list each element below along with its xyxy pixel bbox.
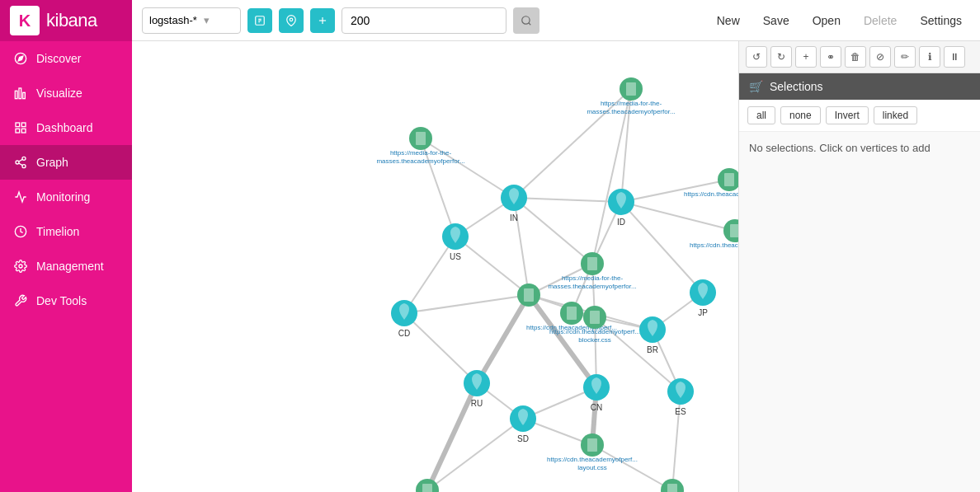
right-panel: ↺ ↻ + ⚭ 🗑 ⊘ ✏ ℹ ⏸ 🛒 Selections all none … (738, 41, 980, 492)
geo-button[interactable] (279, 8, 304, 33)
svg-rect-5 (16, 123, 20, 127)
main-content: logstash-* ▾ New Save Open Delete Settin… (132, 0, 980, 492)
index-pattern-select[interactable]: logstash-* ▾ (142, 7, 241, 34)
svg-text:BR: BR (647, 345, 658, 354)
graph-area[interactable]: https://media-for-the-masses.theacademyo… (132, 41, 738, 492)
svg-rect-115 (587, 438, 597, 452)
svg-text:masses.theacademyofperfor...: masses.theacademyofperfor... (376, 157, 464, 165)
svg-line-49 (404, 313, 477, 383)
svg-text:https://cdn.theacademyofperf..: https://cdn.theacademyofperf... (549, 328, 640, 335)
sidebar-item-monitoring[interactable]: Monitoring (0, 180, 132, 214)
delete-button[interactable]: Delete (855, 11, 905, 30)
svg-rect-80 (724, 173, 734, 186)
sidebar-item-graph[interactable]: Graph (0, 145, 132, 180)
svg-line-59 (672, 391, 681, 490)
wrench-icon (13, 293, 28, 308)
undo-button[interactable]: ↺ (746, 46, 767, 68)
svg-text:SD: SD (517, 434, 529, 443)
edit-button[interactable]: ✏ (894, 46, 916, 68)
logo-area: K kibana (0, 0, 132, 41)
sidebar-label-devtools: Dev Tools (36, 294, 87, 307)
svg-text:https://media-for-the-: https://media-for-the- (390, 149, 452, 157)
svg-line-32 (514, 198, 592, 264)
svg-text:ID: ID (617, 218, 625, 227)
kibana-logo-icon: K (10, 6, 40, 35)
redo-button[interactable]: ↻ (770, 46, 792, 68)
svg-text:https://cdn.theacademyofperf..: https://cdn.theacademyofperf... (690, 241, 738, 249)
selections-header: 🛒 Selections (739, 73, 980, 100)
svg-text:JP: JP (698, 308, 708, 317)
settings-button[interactable]: Settings (912, 11, 970, 30)
svg-rect-2 (15, 91, 17, 98)
svg-text:masses.theacademyofperfor...: masses.theacademyofperfor... (587, 108, 675, 115)
invert-button[interactable]: Invert (826, 106, 869, 124)
svg-text:RU: RU (471, 399, 483, 408)
search-input[interactable] (342, 7, 506, 34)
svg-text:layout.css: layout.css (577, 464, 607, 471)
all-button[interactable]: all (747, 106, 775, 124)
svg-text:CD: CD (398, 329, 410, 338)
svg-line-30 (514, 198, 621, 202)
sidebar-item-dashboard[interactable]: Dashboard (0, 110, 132, 145)
svg-line-24 (529, 22, 531, 25)
share-icon (13, 155, 28, 170)
info-button[interactable]: ℹ (919, 46, 940, 68)
svg-line-43 (404, 295, 529, 313)
delete-node-button[interactable]: 🗑 (845, 46, 866, 68)
svg-point-20 (290, 18, 293, 21)
svg-text:https://media-for-the-: https://media-for-the- (601, 100, 662, 107)
ban-button[interactable]: ⊘ (869, 46, 891, 68)
svg-rect-123 (667, 484, 677, 492)
svg-point-9 (22, 157, 26, 160)
add-button[interactable] (310, 8, 335, 33)
svg-text:blocker.css: blocker.css (578, 336, 611, 344)
content-area: https://media-for-the-masses.theacademyo… (132, 41, 980, 492)
svg-rect-68 (626, 82, 636, 96)
svg-text:masses.theacademyofperfor...: masses.theacademyofperfor... (548, 283, 636, 290)
none-button[interactable]: none (780, 106, 821, 124)
svg-text:https://media-for-the-: https://media-for-the- (562, 274, 624, 282)
add-field-button[interactable] (247, 8, 272, 33)
add-node-button[interactable]: + (795, 46, 817, 68)
save-button[interactable]: Save (755, 11, 798, 30)
search-button[interactable] (513, 7, 539, 34)
svg-rect-92 (524, 288, 534, 302)
link-button[interactable]: ⚭ (820, 46, 841, 68)
sidebar-item-devtools[interactable]: Dev Tools (0, 283, 132, 318)
svg-marker-1 (18, 56, 23, 61)
graph-svg: https://media-for-the-masses.theacademyo… (132, 41, 738, 492)
svg-text:IN: IN (510, 213, 518, 223)
toolbar: logstash-* ▾ New Save Open Delete Settin… (132, 0, 980, 41)
sidebar: K kibana Discover Visualize Dashboard Gr… (0, 0, 132, 492)
svg-rect-83 (730, 224, 738, 237)
sidebar-item-management[interactable]: Management (0, 249, 132, 283)
sidebar-item-timelion[interactable]: Timelion (0, 214, 132, 249)
sidebar-item-discover[interactable]: Discover (0, 41, 132, 76)
svg-text:CN: CN (591, 403, 602, 412)
svg-rect-94 (567, 307, 577, 320)
sidebar-label-monitoring: Monitoring (36, 190, 90, 204)
svg-line-33 (514, 198, 529, 295)
clock-icon (13, 224, 28, 239)
sidebar-label-management: Management (36, 260, 104, 273)
svg-rect-7 (16, 129, 20, 133)
sidebar-label-timelion: Timelion (36, 225, 79, 238)
sidebar-item-visualize[interactable]: Visualize (0, 76, 132, 110)
svg-line-65 (427, 383, 477, 490)
svg-rect-72 (416, 132, 426, 145)
linked-button[interactable]: linked (874, 106, 917, 124)
gear-icon (13, 259, 28, 274)
open-button[interactable]: Open (804, 11, 849, 30)
svg-line-38 (455, 237, 529, 295)
selections-title: Selections (770, 80, 823, 93)
svg-rect-4 (23, 92, 26, 98)
sidebar-label-dashboard: Dashboard (36, 121, 93, 134)
new-button[interactable]: New (709, 11, 748, 30)
svg-rect-8 (21, 129, 26, 133)
barchart-icon (13, 86, 28, 101)
index-pattern-value: logstash-* (149, 14, 197, 26)
pause-button[interactable]: ⏸ (944, 46, 965, 68)
svg-rect-119 (422, 484, 432, 492)
svg-text:https://cdn.theacademyofperf..: https://cdn.theacademyofperf... (684, 190, 738, 198)
sidebar-label-visualize: Visualize (36, 87, 82, 100)
